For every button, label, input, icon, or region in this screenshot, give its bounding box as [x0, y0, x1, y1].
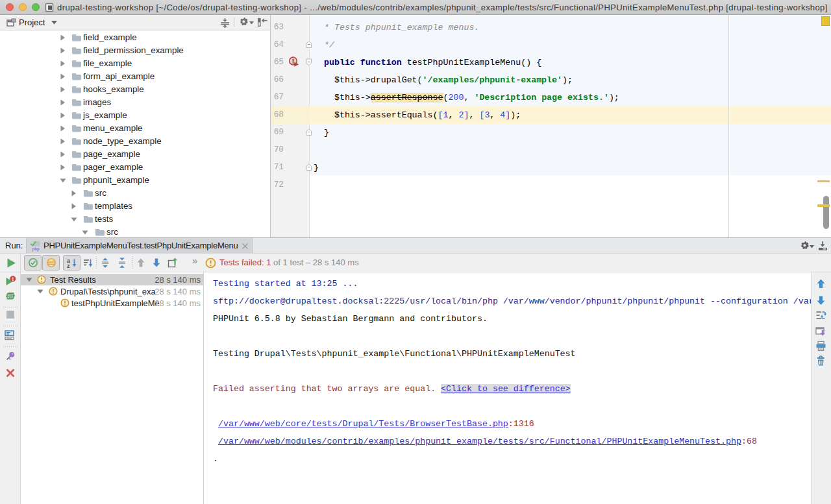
- svg-text:php: php: [32, 247, 40, 252]
- svg-text:z: z: [67, 263, 70, 269]
